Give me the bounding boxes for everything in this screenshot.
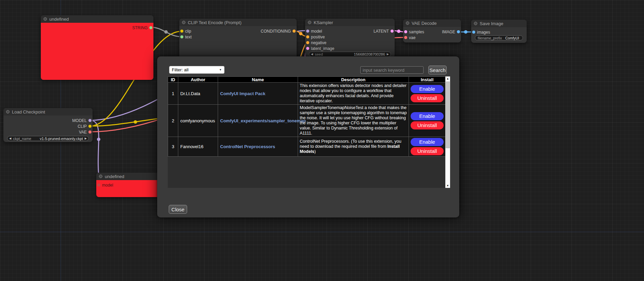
widget-value[interactable]: v1-5-pruned-emaonly.ckpt: [40, 137, 83, 141]
output-slot-latent[interactable]: [391, 30, 394, 33]
input-slot-label: model: [102, 183, 113, 188]
close-button[interactable]: Close: [169, 205, 187, 214]
input-slot-negative[interactable]: [306, 41, 309, 44]
extension-name-link[interactable]: ControlNet Preprocessors: [220, 144, 275, 149]
node-title-bar[interactable]: CLIP Text Encode (Prompt): [179, 19, 297, 26]
widget-label: ckpt_name: [13, 137, 31, 141]
table-scrollbar[interactable]: ▲ ▼: [445, 76, 450, 188]
column-header-description: Description: [298, 77, 409, 83]
seed-widget[interactable]: ◀ seed 156680208700286 ▶: [309, 52, 391, 57]
input-slot-label: text: [185, 35, 192, 39]
node-title-bar[interactable]: Load Checkpoint: [3, 108, 93, 116]
input-slot-samples[interactable]: [404, 30, 407, 33]
collapse-icon[interactable]: [474, 22, 477, 25]
extension-name-link[interactable]: ComfyUI_experiments/sampler_tonemap: [220, 118, 306, 123]
collapse-icon[interactable]: [182, 21, 185, 24]
input-slot-model[interactable]: [97, 183, 100, 187]
increment-icon[interactable]: ▶: [387, 52, 389, 57]
input-slot-label: samples: [409, 30, 424, 34]
widget-label: filename_prefix: [478, 36, 502, 40]
input-slot-label: images: [477, 30, 490, 35]
node-title-label: undefined: [49, 17, 69, 22]
canvas-axis-horizontal: [0, 232, 644, 232]
output-slot-string[interactable]: [149, 26, 152, 29]
enable-button[interactable]: Enable: [411, 85, 444, 93]
next-icon[interactable]: ▶: [85, 136, 87, 141]
scroll-up-icon[interactable]: ▲: [445, 76, 450, 81]
extension-author: comfyanonymous: [178, 105, 218, 137]
node-load-checkpoint[interactable]: Load Checkpoint MODEL CLIP VAE ◀ ckpt_na…: [3, 108, 93, 142]
uninstall-button[interactable]: Uninstall: [411, 121, 444, 129]
extension-description: This extension offers various detector n…: [298, 83, 409, 105]
search-button[interactable]: Search: [428, 66, 447, 74]
filter-select[interactable]: Filter: all ▼: [169, 66, 225, 74]
node-clip-text-encode[interactable]: CLIP Text Encode (Prompt) clip CONDITION…: [179, 19, 297, 59]
table-row: 2 comfyanonymous ComfyUI_experiments/sam…: [168, 105, 446, 137]
extension-table: ID Author Name Description Install 1 Dr.…: [168, 76, 446, 157]
input-slot-model[interactable]: [306, 30, 309, 33]
output-slot-conditioning[interactable]: [293, 30, 296, 33]
column-header-install: Install: [409, 77, 446, 83]
widget-value[interactable]: 156680208700286: [354, 52, 385, 56]
output-slot-vae[interactable]: [88, 130, 92, 134]
node-title-label: Load Checkpoint: [12, 109, 45, 115]
node-title-label: undefined: [105, 174, 124, 179]
widget-value[interactable]: ComfyUI: [505, 36, 519, 40]
node-title-label: VAE Decode: [412, 21, 436, 26]
uninstall-button[interactable]: Uninstall: [411, 94, 444, 102]
filter-select-value: Filter: all: [172, 67, 188, 72]
scrollbar-thumb[interactable]: [446, 82, 450, 148]
node-title-bar[interactable]: undefined: [41, 15, 153, 23]
extension-description: ModelSamplerTonemapNoiseTest a node that…: [298, 105, 409, 137]
uninstall-button[interactable]: Uninstall: [411, 147, 444, 155]
collapse-icon[interactable]: [308, 21, 311, 24]
extension-id: 1: [168, 83, 178, 105]
node-title-label: CLIP Text Encode (Prompt): [188, 20, 242, 25]
output-slot-image[interactable]: [457, 30, 460, 33]
node-title-bar[interactable]: KSampler: [305, 19, 395, 26]
decrement-icon[interactable]: ◀: [311, 52, 313, 57]
scroll-down-icon[interactable]: ▼: [445, 183, 450, 188]
chevron-down-icon: ▼: [219, 68, 222, 71]
ckpt-name-widget[interactable]: ◀ ckpt_name v1-5-pruned-emaonly.ckpt ▶: [7, 136, 89, 141]
extension-name-link[interactable]: ComfyUI Impact Pack: [220, 91, 265, 96]
extension-author: Fannovel16: [178, 137, 218, 157]
extension-description: ControlNet Preprocessors. (To use this e…: [298, 137, 409, 157]
column-header-name: Name: [218, 77, 298, 83]
node-title-bar[interactable]: Save Image: [471, 20, 527, 27]
output-slot-label: CONDITIONING: [261, 29, 291, 34]
input-slot-latent-image[interactable]: [306, 47, 309, 50]
collapse-icon[interactable]: [44, 17, 47, 21]
enable-button[interactable]: Enable: [411, 138, 444, 146]
input-slot-text[interactable]: [180, 35, 183, 38]
node-vae-decode[interactable]: VAE Decode samples IMAGE vae: [403, 19, 461, 42]
node-title-bar[interactable]: VAE Decode: [403, 19, 461, 27]
widget-label: seed: [315, 52, 323, 56]
output-slot-model[interactable]: [88, 119, 92, 122]
output-slot-label: VAE: [79, 130, 87, 135]
prev-icon[interactable]: ◀: [9, 136, 11, 141]
enable-button[interactable]: Enable: [411, 112, 444, 120]
node-save-image[interactable]: Save Image images filename_prefix ComfyU…: [471, 20, 527, 43]
table-row: 3 Fannovel16 ControlNet Preprocessors Co…: [168, 137, 446, 157]
input-slot-label: positive: [311, 35, 325, 39]
extension-id: 2: [168, 105, 178, 137]
input-slot-clip[interactable]: [180, 30, 183, 33]
input-slot-vae[interactable]: [404, 36, 407, 39]
collapse-icon[interactable]: [406, 21, 409, 25]
extension-manager-dialog: Filter: all ▼ Search ID Author Name Desc…: [157, 56, 459, 217]
node-title-label: KSampler: [314, 20, 333, 25]
input-slot-images[interactable]: [472, 31, 475, 34]
table-row: 1 Dr.Lt.Data ComfyUI Impact Pack This ex…: [168, 83, 446, 105]
node-title-label: Save Image: [480, 21, 503, 26]
input-slot-label: latent_image: [311, 46, 334, 51]
collapse-icon[interactable]: [6, 110, 10, 113]
node-ksampler[interactable]: KSampler model LATENT positive negative: [305, 19, 395, 58]
search-input[interactable]: [360, 66, 424, 74]
input-slot-positive[interactable]: [306, 35, 309, 38]
collapse-icon[interactable]: [99, 175, 102, 178]
filename-prefix-widget[interactable]: filename_prefix ComfyUI: [475, 35, 523, 40]
node-graph-canvas[interactable]: undefined STRING CLIP Text Encode (Promp…: [0, 0, 644, 281]
output-slot-clip[interactable]: [88, 125, 92, 128]
node-undefined-top[interactable]: undefined STRING: [41, 15, 153, 80]
